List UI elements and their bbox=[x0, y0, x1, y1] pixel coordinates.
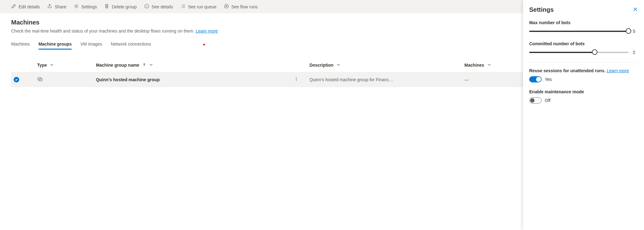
trash-icon bbox=[104, 4, 109, 10]
reuse-sessions-text: Reuse sessions for unattended runs. bbox=[529, 68, 607, 73]
svg-rect-4 bbox=[39, 78, 42, 81]
row-selected-icon[interactable] bbox=[14, 77, 19, 82]
sort-asc-icon bbox=[142, 63, 146, 68]
tab-machines[interactable]: Machines bbox=[11, 40, 30, 50]
pencil-icon bbox=[11, 4, 16, 10]
group-description: Quinn's hosted machine group for Financ… bbox=[307, 72, 462, 87]
settings-button[interactable]: Settings bbox=[74, 4, 97, 10]
reuse-sessions-label: Reuse sessions for unattended runs. Lear… bbox=[529, 68, 638, 73]
tab-network-connections[interactable]: Network connections bbox=[111, 40, 151, 50]
maintenance-mode-state: Off bbox=[545, 98, 550, 103]
maintenance-mode-toggle[interactable] bbox=[529, 97, 542, 104]
svg-point-7 bbox=[296, 80, 297, 81]
committed-bots-slider[interactable] bbox=[529, 49, 628, 55]
chevron-down-icon bbox=[487, 63, 491, 68]
see-details-button[interactable]: See details bbox=[144, 4, 173, 10]
edit-details-button[interactable]: Edit details bbox=[11, 4, 40, 10]
info-icon bbox=[144, 4, 149, 10]
col-machines-label: Machines bbox=[464, 63, 484, 68]
svg-rect-3 bbox=[38, 77, 41, 80]
learn-more-link[interactable]: Learn more bbox=[196, 29, 218, 33]
page-subtitle-text: Check the real-time health and status of… bbox=[11, 29, 196, 33]
share-button[interactable]: Share bbox=[47, 4, 66, 10]
see-run-queue-label: See run queue bbox=[188, 4, 217, 9]
settings-label: Settings bbox=[81, 4, 97, 9]
maintenance-mode-label: Enable maintenance mode bbox=[529, 89, 638, 94]
svg-point-5 bbox=[296, 77, 297, 78]
share-label: Share bbox=[55, 4, 66, 9]
col-name-label: Machine group name bbox=[96, 63, 139, 68]
chevron-down-icon bbox=[337, 63, 340, 68]
max-bots-label: Max number of bots bbox=[529, 20, 638, 25]
col-desc-label: Description bbox=[310, 63, 333, 68]
settings-panel: Settings Max number of bots 5 Committed … bbox=[523, 0, 644, 230]
svg-point-2 bbox=[224, 4, 228, 8]
share-icon bbox=[47, 4, 52, 10]
gear-icon bbox=[74, 4, 79, 10]
row-menu-button[interactable] bbox=[294, 77, 298, 82]
delete-label: Delete group bbox=[112, 4, 136, 9]
reuse-sessions-state: Yes bbox=[545, 77, 552, 82]
committed-bots-value: 2 bbox=[633, 50, 638, 55]
see-details-label: See details bbox=[152, 4, 173, 9]
svg-point-0 bbox=[75, 6, 77, 7]
col-type[interactable]: Type bbox=[35, 58, 93, 72]
queue-icon bbox=[181, 4, 186, 10]
col-select[interactable] bbox=[11, 58, 35, 72]
see-run-queue-button[interactable]: See run queue bbox=[181, 4, 217, 10]
svg-point-6 bbox=[296, 79, 297, 79]
close-button[interactable] bbox=[633, 7, 638, 13]
group-name: Quinn's hosted machine group bbox=[96, 77, 160, 82]
panel-title: Settings bbox=[529, 6, 554, 13]
chevron-down-icon bbox=[149, 63, 153, 68]
col-name[interactable]: Machine group name bbox=[93, 58, 307, 72]
play-icon bbox=[224, 4, 229, 10]
col-description[interactable]: Description bbox=[307, 58, 462, 72]
divider bbox=[529, 62, 638, 63]
see-flow-runs-label: See flow runs bbox=[231, 4, 258, 9]
machine-group-icon bbox=[37, 78, 43, 83]
reuse-learn-more-link[interactable]: Learn more bbox=[607, 68, 629, 73]
close-icon bbox=[633, 7, 638, 13]
tab-vm-images[interactable]: VM images bbox=[80, 40, 102, 50]
delete-group-button[interactable]: Delete group bbox=[104, 4, 136, 10]
col-type-label: Type bbox=[37, 63, 47, 68]
max-bots-value: 5 bbox=[633, 29, 638, 34]
notification-dot bbox=[203, 44, 205, 46]
max-bots-slider[interactable] bbox=[529, 28, 628, 34]
chevron-down-icon bbox=[50, 63, 54, 68]
see-flow-runs-button[interactable]: See flow runs bbox=[224, 4, 258, 10]
reuse-sessions-toggle[interactable] bbox=[529, 76, 542, 82]
committed-bots-label: Committed number of bots bbox=[529, 41, 638, 46]
tab-machine-groups[interactable]: Machine groups bbox=[38, 40, 72, 50]
edit-details-label: Edit details bbox=[19, 4, 40, 9]
